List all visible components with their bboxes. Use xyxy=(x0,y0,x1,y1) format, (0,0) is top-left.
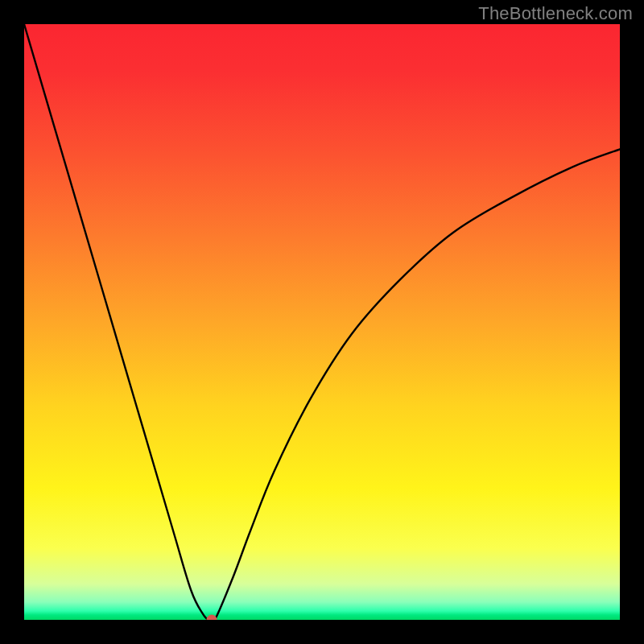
chart-frame: TheBottleneck.com xyxy=(0,0,644,644)
optimum-marker xyxy=(207,615,217,621)
plot-area xyxy=(24,24,620,620)
bottleneck-curve xyxy=(24,24,620,620)
watermark-text: TheBottleneck.com xyxy=(478,3,633,24)
